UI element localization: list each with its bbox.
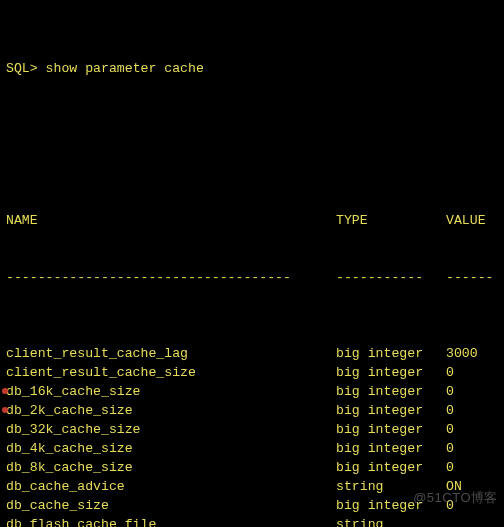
sep-name: ------------------------------------	[6, 268, 336, 287]
param-type: big integer	[336, 401, 446, 420]
param-type: big integer	[336, 382, 446, 401]
separator-row-1: ------------------------------------ ---…	[6, 268, 498, 287]
param-value: 0	[446, 420, 454, 439]
param-name: db_2k_cache_size	[6, 401, 336, 420]
param-type: big integer	[336, 420, 446, 439]
table-row: db_16k_cache_sizebig integer0	[6, 382, 498, 401]
header-type: TYPE	[336, 211, 446, 230]
param-type: big integer	[336, 439, 446, 458]
param-name: db_8k_cache_size	[6, 458, 336, 477]
param-value: 0	[446, 401, 454, 420]
table-row: db_8k_cache_sizebig integer0	[6, 458, 498, 477]
param-value: 0	[446, 458, 454, 477]
param-type: big integer	[336, 344, 446, 363]
param-name: db_cache_advice	[6, 477, 336, 496]
param-type: string	[336, 515, 446, 527]
param-value: 0	[446, 382, 454, 401]
header-value: VALUE	[446, 211, 486, 230]
sep-type: -----------	[336, 268, 446, 287]
param-name: db_cache_size	[6, 496, 336, 515]
breakpoint-indicator-icon	[2, 388, 8, 394]
table-row: db_32k_cache_sizebig integer0	[6, 420, 498, 439]
table-row: client_result_cache_sizebig integer0	[6, 363, 498, 382]
header-row-1: NAME TYPE VALUE	[6, 211, 498, 230]
param-name: client_result_cache_size	[6, 363, 336, 382]
table-row: db_flash_cache_filestring	[6, 515, 498, 527]
param-type: big integer	[336, 363, 446, 382]
param-value: 0	[446, 439, 454, 458]
param-value: 3000	[446, 344, 478, 363]
param-value: 0	[446, 363, 454, 382]
param-name: db_16k_cache_size	[6, 382, 336, 401]
table-row: db_4k_cache_sizebig integer0	[6, 439, 498, 458]
breakpoint-indicator-icon	[2, 407, 8, 413]
param-type: big integer	[336, 458, 446, 477]
watermark: @51CTO博客	[413, 488, 498, 507]
header-name: NAME	[6, 211, 336, 230]
table-row: client_result_cache_lagbig integer3000	[6, 344, 498, 363]
param-name: client_result_cache_lag	[6, 344, 336, 363]
sql-prompt: SQL>	[6, 61, 46, 76]
param-name: db_4k_cache_size	[6, 439, 336, 458]
blank-line	[6, 135, 498, 154]
param-name: db_flash_cache_file	[6, 515, 336, 527]
table-row: db_2k_cache_sizebig integer0	[6, 401, 498, 420]
param-name: db_32k_cache_size	[6, 420, 336, 439]
entered-command: show parameter cache	[46, 61, 204, 76]
command-line: SQL> show parameter cache	[6, 59, 498, 78]
terminal[interactable]: SQL> show parameter cache NAME TYPE VALU…	[0, 0, 504, 527]
sep-value: ------	[446, 268, 493, 287]
